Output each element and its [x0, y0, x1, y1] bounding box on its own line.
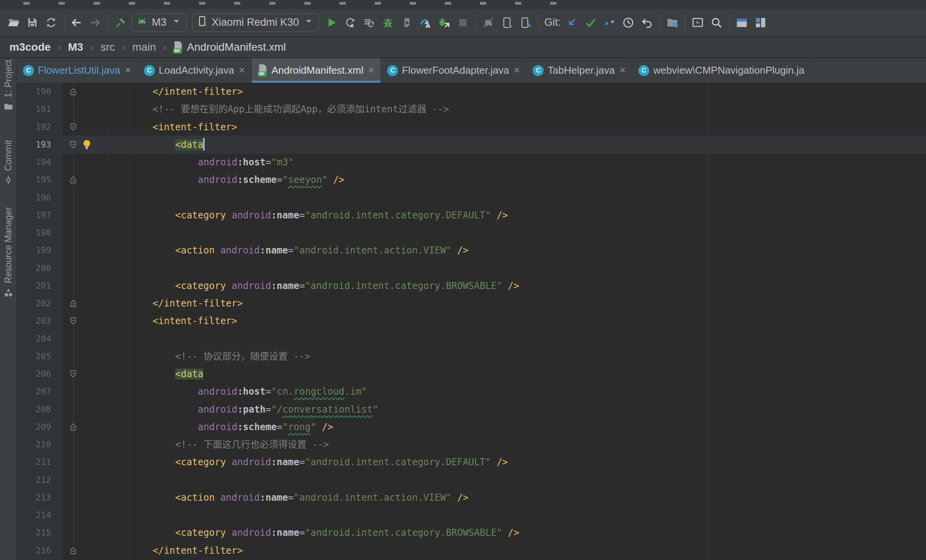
- forward-icon[interactable]: [88, 15, 103, 30]
- tool-window-button-commit[interactable]: Commit: [3, 140, 14, 187]
- tab-label: FlowerFootAdapter.java: [402, 64, 509, 76]
- toolbar-separator: [729, 14, 730, 31]
- code-line-200[interactable]: 200: [17, 259, 926, 277]
- close-icon[interactable]: ×: [368, 65, 374, 76]
- code-line-216[interactable]: 216</intent-filter>: [17, 542, 926, 560]
- sdk-manager-icon[interactable]: [518, 15, 533, 30]
- editor-tab[interactable]: CFlowerListUtil.java×: [17, 58, 138, 83]
- tab-label: LoadActivity.java: [159, 64, 234, 76]
- code-text: <action android:name="android.intent.act…: [62, 241, 468, 259]
- code-text: <intent-filter>: [62, 118, 237, 136]
- code-line-215[interactable]: 215<category android:name="android.inten…: [17, 524, 926, 542]
- breadcrumb-item[interactable]: m3code: [9, 41, 51, 53]
- code-line-205[interactable]: 205<!-- 协议部分，随便设置 -->: [17, 347, 926, 365]
- code-line-191[interactable]: 191<!-- 要想在别的App上能成功调起App，必须添加intent过滤器 …: [17, 100, 926, 118]
- java-class-icon: C: [638, 65, 649, 76]
- code-line-207[interactable]: 207android:host="cn.rongcloud.im": [17, 383, 926, 401]
- close-icon[interactable]: ×: [514, 65, 520, 76]
- editor-tab[interactable]: CTabHelper.java×: [526, 58, 632, 83]
- breadcrumb-item[interactable]: M3: [68, 41, 83, 53]
- code-line-190[interactable]: 190</intent-filter>: [17, 83, 926, 101]
- back-icon[interactable]: [69, 15, 84, 30]
- code-line-194[interactable]: 194android:host="m3": [17, 153, 926, 171]
- editor-tab[interactable]: Cwebview\CMPNavigationPlugin.ja: [632, 58, 811, 83]
- code-line-206[interactable]: 206<data: [17, 365, 926, 383]
- code-line-198[interactable]: 198: [17, 224, 926, 242]
- code-line-193[interactable]: 193<data: [17, 136, 926, 154]
- tool-window-button-resource-manager[interactable]: Resource Manager: [3, 207, 14, 299]
- code-line-212[interactable]: 212: [17, 471, 926, 489]
- code-line-210[interactable]: 210<!-- 下面这几行也必须得设置 -->: [17, 436, 926, 454]
- profile-icon[interactable]: [418, 15, 433, 30]
- code-text: <intent-filter>: [62, 312, 237, 330]
- code-line-209[interactable]: 209android:scheme="rong" />: [17, 418, 926, 436]
- attach-debugger-icon[interactable]: [437, 15, 451, 30]
- java-class-icon: C: [23, 65, 34, 76]
- code-text: </intent-filter>: [62, 294, 243, 312]
- code-text: </intent-filter>: [62, 542, 243, 560]
- project-structure-icon[interactable]: [665, 15, 680, 30]
- clapperboard-icon[interactable]: [734, 15, 749, 30]
- code-line-201[interactable]: 201<category android:name="android.inten…: [17, 277, 926, 295]
- close-icon[interactable]: ×: [125, 65, 131, 76]
- code-text: android:scheme="seeyon" />: [62, 171, 345, 189]
- code-text: android:host="m3": [62, 153, 294, 171]
- tool-window-stripe: 1: ProjectCommitResource Manager: [0, 58, 17, 560]
- code-editor[interactable]: 190</intent-filter>191<!-- 要想在别的App上能成功调…: [17, 83, 926, 560]
- code-line-202[interactable]: 202</intent-filter>: [17, 294, 926, 312]
- editor-tab[interactable]: CFlowerFootAdapter.java×: [381, 58, 526, 83]
- apply-changes-restart-icon[interactable]: [343, 15, 358, 30]
- search-everywhere-icon[interactable]: [709, 15, 724, 30]
- run-configuration-select[interactable]: M3: [132, 13, 187, 32]
- editor-tab[interactable]: MFAndroidManifest.xml×: [252, 58, 381, 83]
- editor-tab[interactable]: CLoadActivity.java×: [138, 58, 252, 83]
- close-icon[interactable]: ×: [619, 65, 626, 76]
- run-window-icon[interactable]: [690, 15, 705, 30]
- build-hammer-icon[interactable]: [113, 15, 128, 30]
- save-all-icon[interactable]: [25, 15, 40, 30]
- code-text: <!-- 要想在别的App上能成功调起App，必须添加intent过滤器 -->: [62, 100, 449, 118]
- code-line-197[interactable]: 197<category android:name="android.inten…: [17, 206, 926, 224]
- git-push-icon[interactable]: [602, 15, 617, 30]
- code-line-195[interactable]: 195android:scheme="seeyon" />: [17, 171, 926, 189]
- git-history-icon[interactable]: [621, 15, 636, 30]
- git-commit-icon[interactable]: [583, 15, 598, 30]
- code-line-196[interactable]: 196: [17, 189, 926, 207]
- code-line-204[interactable]: 204: [17, 330, 926, 348]
- line-number: 198: [17, 224, 51, 242]
- code-text: android:host="cn.rongcloud.im": [62, 383, 367, 401]
- git-rollback-icon[interactable]: [640, 15, 654, 30]
- run-configuration-label: M3: [152, 16, 167, 28]
- panel-layout-icon[interactable]: [753, 15, 768, 30]
- device-manager-icon[interactable]: [499, 15, 514, 30]
- run-icon[interactable]: [324, 15, 339, 30]
- gradle-sync-icon[interactable]: [481, 15, 496, 30]
- sync-icon[interactable]: [44, 15, 59, 30]
- code-line-213[interactable]: 213<action android:name="android.intent.…: [17, 489, 926, 507]
- code-line-199[interactable]: 199<action android:name="android.intent.…: [17, 241, 926, 259]
- code-text: <!-- 协议部分，随便设置 -->: [62, 347, 310, 365]
- apply-code-changes-icon[interactable]: [362, 15, 377, 30]
- code-line-203[interactable]: 203<intent-filter>: [17, 312, 926, 330]
- device-label: Xiaomi Redmi K30: [212, 16, 299, 28]
- run-attached-icon[interactable]: [399, 15, 414, 30]
- code-line-214[interactable]: 214: [17, 506, 926, 524]
- tool-window-label: 1: Project: [3, 60, 14, 97]
- open-folder-icon[interactable]: [6, 15, 21, 30]
- debug-icon[interactable]: [380, 15, 395, 30]
- code-line-192[interactable]: 192<intent-filter>: [17, 118, 926, 136]
- stop-icon[interactable]: [455, 15, 470, 30]
- tool-window-button--project[interactable]: 1: Project: [3, 60, 14, 113]
- code-line-208[interactable]: 208android:path="/conversationlist": [17, 401, 926, 418]
- tool-window-label: Commit: [3, 140, 14, 171]
- android-head-icon: [136, 15, 148, 30]
- code-line-211[interactable]: 211<category android:name="android.inten…: [17, 453, 926, 471]
- breadcrumb-item[interactable]: main: [132, 41, 156, 53]
- breadcrumb-item[interactable]: src: [100, 41, 115, 53]
- main-toolbar: M3 Xiaomi Redmi K30 Git:: [0, 9, 926, 37]
- line-number: 209: [17, 418, 51, 436]
- close-icon[interactable]: ×: [239, 65, 245, 76]
- device-select[interactable]: Xiaomi Redmi K30: [192, 13, 319, 32]
- git-update-icon[interactable]: [565, 15, 579, 30]
- breadcrumb-item[interactable]: MFAndroidManifest.xml: [173, 41, 286, 53]
